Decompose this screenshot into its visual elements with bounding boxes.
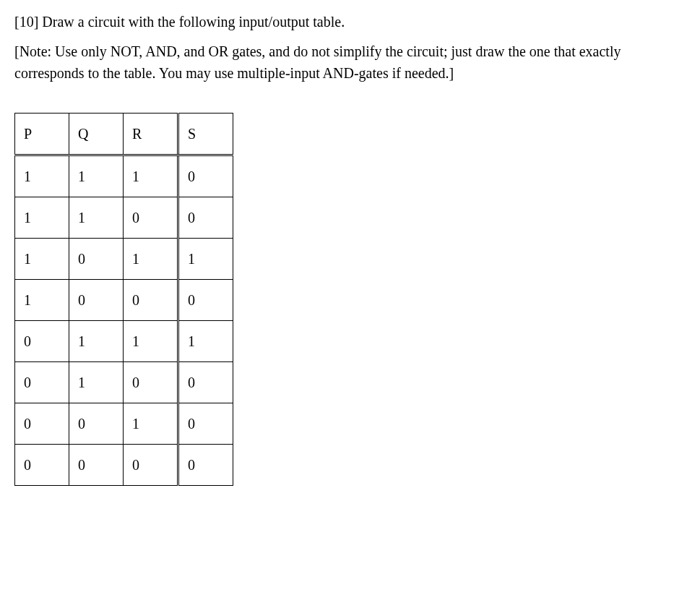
problem-note: [Note: Use only NOT, AND, and OR gates, …: [14, 40, 686, 84]
problem-prompt-text: Draw a circuit with the following input/…: [42, 14, 345, 30]
table-row: 0 1 1 1: [15, 321, 233, 362]
cell: 1: [178, 321, 233, 362]
cell: 0: [15, 445, 69, 486]
col-header: S: [178, 114, 233, 155]
cell: 1: [69, 321, 124, 362]
cell: 1: [124, 239, 178, 280]
cell: 1: [69, 362, 124, 403]
cell: 1: [15, 280, 69, 321]
cell: 1: [124, 403, 178, 445]
cell: 0: [15, 321, 69, 362]
cell: 0: [178, 155, 233, 197]
cell: 0: [124, 197, 178, 239]
problem-number: [10]: [14, 14, 38, 30]
cell: 0: [124, 362, 178, 403]
cell: 0: [69, 280, 124, 321]
cell: 0: [69, 445, 124, 486]
cell: 1: [69, 197, 124, 239]
col-header: R: [124, 114, 178, 155]
cell: 1: [178, 239, 233, 280]
cell: 1: [69, 155, 124, 197]
cell: 1: [15, 155, 69, 197]
cell: 0: [178, 445, 233, 486]
cell: 0: [69, 403, 124, 445]
col-header: P: [15, 114, 69, 155]
cell: 0: [124, 445, 178, 486]
table-row: 1 0 0 0: [15, 280, 233, 321]
table-row: 1 0 1 1: [15, 239, 233, 280]
cell: 1: [124, 155, 178, 197]
cell: 0: [15, 362, 69, 403]
cell: 0: [69, 239, 124, 280]
table-row: 0 0 1 0: [15, 403, 233, 445]
cell: 0: [124, 280, 178, 321]
table-row: 1 1 1 0: [15, 155, 233, 197]
col-header: Q: [69, 114, 124, 155]
truth-table: P Q R S 1 1 1 0 1 1 0 0 1 0 1 1 1 0 0 0: [14, 113, 233, 486]
cell: 0: [178, 197, 233, 239]
cell: 0: [178, 280, 233, 321]
cell: 0: [15, 403, 69, 445]
table-row: 0 0 0 0: [15, 445, 233, 486]
table-row: 1 1 0 0: [15, 197, 233, 239]
cell: 1: [15, 197, 69, 239]
cell: 1: [15, 239, 69, 280]
cell: 1: [124, 321, 178, 362]
problem-prompt: [10] Draw a circuit with the following i…: [14, 12, 686, 32]
table-header-row: P Q R S: [15, 114, 233, 155]
cell: 0: [178, 403, 233, 445]
table-row: 0 1 0 0: [15, 362, 233, 403]
cell: 0: [178, 362, 233, 403]
